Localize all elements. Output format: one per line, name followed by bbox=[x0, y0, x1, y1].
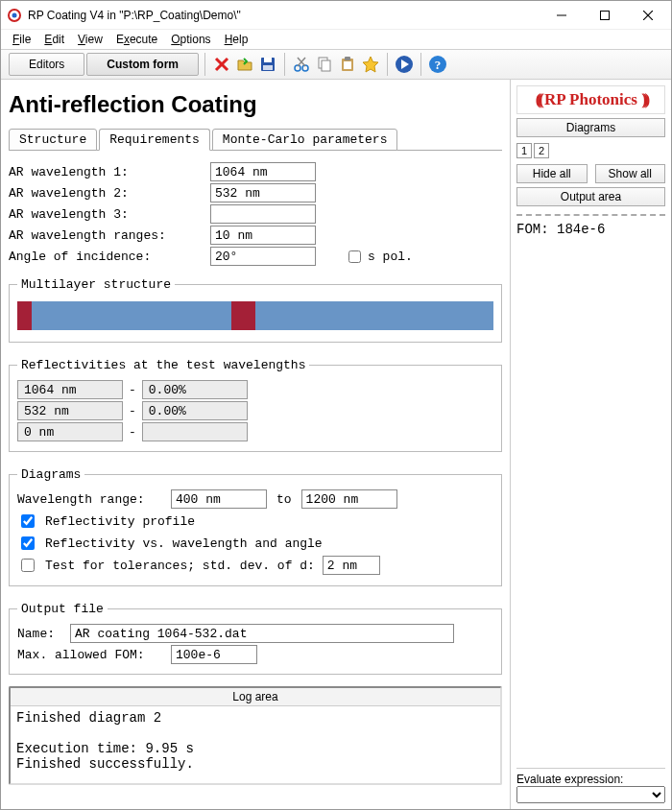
toolbar: Editors Custom form ? bbox=[1, 49, 671, 80]
open-icon[interactable] bbox=[234, 54, 255, 75]
range-from-input[interactable] bbox=[171, 489, 267, 509]
ar3-input[interactable] bbox=[210, 204, 316, 224]
hide-all-button[interactable]: Hide all bbox=[516, 164, 588, 183]
main-panel: Anti-reflection Coating Structure Requir… bbox=[1, 80, 510, 809]
multilayer-segment bbox=[231, 301, 255, 330]
evaluate-label: Evaluate expression: bbox=[516, 773, 665, 786]
menu-view[interactable]: View bbox=[72, 32, 108, 47]
cut-icon[interactable] bbox=[291, 54, 312, 75]
evaluate-row: Evaluate expression: bbox=[516, 768, 665, 803]
refl-wl: 1064 nm bbox=[17, 380, 123, 399]
svg-rect-19 bbox=[344, 61, 351, 69]
reflectivity-row: 0 nm- bbox=[17, 422, 493, 441]
favorite-icon[interactable] bbox=[360, 54, 381, 75]
menu-execute[interactable]: Execute bbox=[110, 32, 163, 47]
custom-form-button[interactable]: Custom form bbox=[86, 53, 199, 76]
ar-ranges-input[interactable] bbox=[210, 226, 316, 245]
diagrams-legend: Diagrams bbox=[17, 467, 84, 482]
output-area-header: Output area bbox=[516, 187, 665, 206]
diagram-tabs: 1 2 bbox=[516, 143, 665, 158]
chk-refl-angle[interactable] bbox=[21, 536, 35, 550]
output-name-input[interactable] bbox=[70, 624, 454, 643]
diagram-tab-1[interactable]: 1 bbox=[516, 143, 532, 158]
chk-refl-angle-label: Reflectivity vs. wavelength and angle bbox=[45, 536, 323, 551]
diagrams-header: Diagrams bbox=[516, 118, 665, 137]
chk-tolerances[interactable] bbox=[21, 559, 35, 572]
multilayer-segment bbox=[255, 301, 493, 330]
paste-icon[interactable] bbox=[337, 54, 358, 75]
ar1-input[interactable] bbox=[210, 162, 316, 181]
menu-file[interactable]: File bbox=[7, 32, 36, 47]
reflectivities-legend: Reflectivities at the test wavelengths bbox=[17, 358, 309, 372]
ar2-input[interactable] bbox=[210, 183, 316, 202]
close-button[interactable] bbox=[626, 2, 669, 29]
output-file-fieldset: Output file Name: Max. allowed FOM: bbox=[9, 602, 502, 675]
svg-marker-20 bbox=[363, 57, 378, 72]
content: Anti-reflection Coating Structure Requir… bbox=[1, 80, 671, 809]
svg-text:?: ? bbox=[435, 58, 442, 72]
menu-options[interactable]: Options bbox=[165, 32, 216, 47]
menu-help[interactable]: Help bbox=[219, 32, 254, 47]
reflectivity-row: 532 nm-0.00% bbox=[17, 401, 493, 420]
output-fom-label: Max. allowed FOM: bbox=[17, 648, 171, 662]
tab-monte-carlo[interactable]: Monte-Carlo parameters bbox=[212, 129, 398, 151]
maximize-button[interactable] bbox=[583, 2, 626, 29]
side-panel: ((( RP Photonics ))) Diagrams 1 2 Hide a… bbox=[510, 80, 671, 809]
range-to-input[interactable] bbox=[301, 489, 397, 509]
help-icon[interactable]: ? bbox=[427, 54, 448, 75]
reflectivity-row: 1064 nm-0.00% bbox=[17, 380, 493, 399]
range-label: Wavelength range: bbox=[17, 492, 171, 507]
tab-structure[interactable]: Structure bbox=[9, 129, 97, 151]
log-area: Log area Finished diagram 2 Execution ti… bbox=[9, 686, 502, 785]
log-header: Log area bbox=[11, 688, 500, 706]
refl-val bbox=[142, 422, 248, 441]
angle-label: Angle of incidence: bbox=[9, 250, 210, 264]
svg-rect-9 bbox=[264, 58, 272, 62]
editors-button[interactable]: Editors bbox=[9, 53, 84, 76]
separator bbox=[284, 53, 285, 76]
svg-point-1 bbox=[12, 12, 17, 17]
multilayer-bar bbox=[17, 301, 493, 330]
separator bbox=[420, 53, 421, 76]
tab-requirements[interactable]: Requirements bbox=[99, 129, 210, 151]
titlebar: RP Coating V4 in "P:\RP_Coating\Demo\" bbox=[1, 1, 671, 30]
rp-logo: ((( RP Photonics ))) bbox=[516, 85, 665, 114]
app-icon bbox=[7, 8, 22, 23]
svg-rect-16 bbox=[322, 60, 330, 71]
output-fom-input[interactable] bbox=[171, 645, 257, 664]
ar2-label: AR wavelength 2: bbox=[9, 186, 210, 201]
refl-wl: 532 nm bbox=[17, 401, 123, 420]
evaluate-select[interactable] bbox=[516, 786, 665, 803]
diagram-tab-2[interactable]: 2 bbox=[534, 143, 549, 158]
svg-rect-18 bbox=[345, 57, 350, 60]
output-file-legend: Output file bbox=[17, 602, 108, 616]
page-title: Anti-reflection Coating bbox=[9, 91, 502, 118]
angle-input[interactable] bbox=[210, 247, 316, 266]
multilayer-fieldset: Multilayer structure bbox=[9, 277, 502, 343]
chk-refl-profile[interactable] bbox=[21, 514, 35, 528]
log-body[interactable]: Finished diagram 2 Execution time: 9.95 … bbox=[11, 706, 500, 783]
multilayer-segment bbox=[32, 301, 231, 330]
svg-rect-3 bbox=[600, 11, 609, 19]
reflectivities-fieldset: Reflectivities at the test wavelengths 1… bbox=[9, 358, 502, 452]
chk-tolerances-label: Test for tolerances; std. dev. of d: bbox=[45, 559, 315, 573]
tolerance-input[interactable] bbox=[323, 556, 380, 575]
chk-refl-profile-label: Reflectivity profile bbox=[45, 514, 195, 529]
delete-icon[interactable] bbox=[211, 54, 232, 75]
minimize-button[interactable] bbox=[540, 2, 583, 29]
separator bbox=[387, 53, 388, 76]
refl-val: 0.00% bbox=[142, 380, 248, 399]
ar-ranges-label: AR wavelength ranges: bbox=[9, 228, 210, 243]
show-all-button[interactable]: Show all bbox=[595, 164, 666, 183]
ar1-label: AR wavelength 1: bbox=[9, 165, 210, 179]
menubar: File Edit View Execute Options Help bbox=[1, 30, 671, 49]
spol-checkbox[interactable] bbox=[348, 250, 361, 263]
output-area: FOM: 184e-6 bbox=[516, 214, 665, 764]
menu-edit[interactable]: Edit bbox=[38, 32, 70, 47]
range-to-word: to bbox=[267, 492, 301, 507]
run-icon[interactable] bbox=[394, 54, 415, 75]
copy-icon[interactable] bbox=[314, 54, 335, 75]
save-icon[interactable] bbox=[257, 54, 278, 75]
multilayer-legend: Multilayer structure bbox=[17, 277, 175, 292]
refl-val: 0.00% bbox=[142, 401, 248, 420]
